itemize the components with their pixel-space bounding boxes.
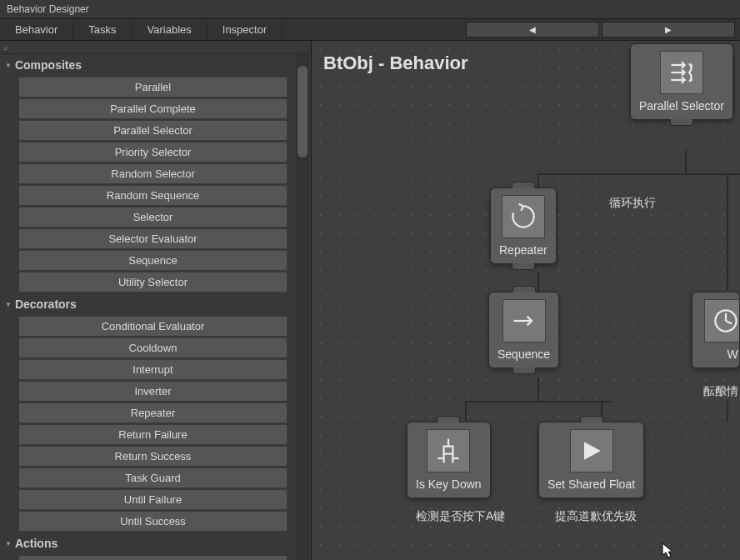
node-is-key-down[interactable]: Is Key Down <box>407 422 491 498</box>
task-item[interactable]: Random Selector <box>18 163 288 184</box>
in-port[interactable] <box>512 182 535 188</box>
tab-tasks[interactable]: Tasks <box>73 19 132 40</box>
group-header-actions[interactable]: Actions <box>0 532 294 554</box>
task-item[interactable]: Utility Selector <box>18 272 288 292</box>
task-item[interactable]: Random Sequence <box>18 185 288 206</box>
task-item[interactable]: Task Guard <box>18 468 288 488</box>
node-set-shared-float[interactable]: Set Shared Float <box>538 422 644 498</box>
out-port[interactable] <box>670 119 693 126</box>
svg-point-4 <box>691 80 692 81</box>
svg-line-8 <box>726 321 732 324</box>
nav-prev-button[interactable]: ◀ <box>466 22 599 38</box>
task-item[interactable]: Sequence <box>18 250 288 271</box>
out-port[interactable] <box>512 368 536 374</box>
nav-arrows: ◀ ▶ <box>461 19 740 40</box>
wait-icon <box>704 299 740 342</box>
repeater-icon <box>502 195 545 238</box>
node-label: Is Key Down <box>416 478 482 491</box>
annotation-detect-key: 检测是否按下A键 <box>416 509 505 524</box>
task-item[interactable]: Behavior Tree Reference <box>18 555 288 560</box>
task-item[interactable]: Interrupt <box>18 359 288 380</box>
node-sequence[interactable]: Sequence <box>488 292 559 368</box>
task-item[interactable]: Until Success <box>18 511 288 532</box>
tab-inspector[interactable]: Inspector <box>208 19 282 40</box>
node-parallel-selector[interactable]: Parallel Selector <box>630 43 733 120</box>
node-label: W <box>727 348 738 361</box>
in-port[interactable] <box>512 286 536 292</box>
svg-marker-16 <box>662 543 672 558</box>
nav-next-button[interactable]: ▶ <box>602 22 735 38</box>
task-item[interactable]: Priority Selector <box>18 142 288 162</box>
task-item[interactable]: Parallel Complete <box>18 98 288 119</box>
task-library-sidebar: ⌕ CompositesParallelParallel CompletePar… <box>0 41 312 560</box>
tab-behavior[interactable]: Behavior <box>0 19 73 40</box>
task-item[interactable]: Return Success <box>18 446 288 467</box>
group-header-composites[interactable]: Composites <box>0 54 294 76</box>
tab-variables[interactable]: Variables <box>132 19 208 40</box>
search-icon: ⌕ <box>3 42 8 52</box>
window-titlebar: Behavior Designer <box>0 0 740 19</box>
scrollbar-thumb[interactable] <box>298 66 308 158</box>
in-port[interactable] <box>437 416 460 422</box>
main-tabs: Behavior Tasks Variables Inspector ◀ ▶ <box>0 19 740 41</box>
parallel-selector-icon <box>660 51 703 94</box>
node-label: Sequence <box>498 348 550 361</box>
task-item[interactable]: Selector <box>18 207 288 228</box>
mouse-cursor-icon <box>662 542 675 560</box>
svg-point-3 <box>691 65 692 66</box>
in-port[interactable] <box>580 416 603 422</box>
task-item[interactable]: Until Failure <box>18 489 288 510</box>
set-shared-float-icon <box>570 429 613 472</box>
annotation-loop: 循环执行 <box>609 196 656 211</box>
task-item[interactable]: Cooldown <box>18 338 288 358</box>
in-port[interactable] <box>704 292 728 292</box>
annotation-apology: 提高道歉优先级 <box>555 509 637 524</box>
svg-marker-15 <box>584 442 601 460</box>
task-item[interactable]: Inverter <box>18 381 288 402</box>
node-label: Parallel Selector <box>639 99 724 112</box>
task-item[interactable]: Selector Evaluator <box>18 228 288 249</box>
task-item[interactable]: Repeater <box>18 402 288 423</box>
canvas-title: BtObj - Behavior <box>323 52 468 74</box>
group-header-decorators[interactable]: Decorators <box>0 293 294 315</box>
out-port[interactable] <box>512 263 535 270</box>
svg-rect-10 <box>444 447 453 454</box>
annotation-brew: 酝酿情 <box>703 384 738 399</box>
node-label: Repeater <box>499 243 548 257</box>
node-repeater[interactable]: Repeater <box>490 188 557 264</box>
task-item[interactable]: Parallel <box>18 77 288 98</box>
node-label: Set Shared Float <box>548 478 635 491</box>
task-item[interactable]: Conditional Evaluator <box>18 316 288 337</box>
behavior-canvas[interactable]: BtObj - Behavior Parallel Selector Repea… <box>312 41 740 560</box>
task-item[interactable]: Return Failure <box>18 424 288 445</box>
node-wait-partial[interactable]: W <box>692 292 740 368</box>
sequence-icon <box>502 299 546 342</box>
is-key-down-icon <box>427 429 470 472</box>
search-bar[interactable]: ⌕ <box>0 41 311 54</box>
task-item[interactable]: Parallel Selector <box>18 120 288 141</box>
